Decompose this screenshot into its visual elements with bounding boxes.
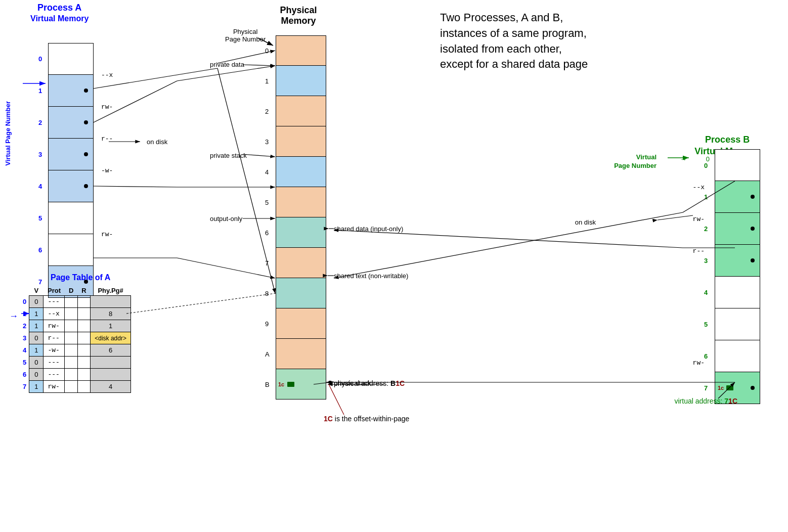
private-stack-a-label: private stack — [210, 152, 247, 159]
prot-b-2: rw- — [693, 215, 705, 223]
table-row: 7 1 rw- 4 — [23, 381, 130, 393]
proc-b-dot-2 — [751, 227, 755, 231]
table-row: 4 1 -w- 6 — [23, 344, 130, 357]
proc-a-dot-2 — [84, 120, 88, 124]
phys-label-b: B — [265, 380, 270, 388]
virtual-page-label-a: Virtual Page Number — [4, 101, 12, 166]
proc-b-label-2: 2 — [704, 225, 708, 233]
proc-b-label-5: 5 — [704, 321, 708, 328]
arrow-to-row1: → — [9, 311, 18, 322]
prot-b-1: --x — [693, 184, 705, 191]
offset-1c: 1C — [324, 415, 333, 423]
virt-addr-7: 7 — [724, 397, 728, 405]
proc-a-label-4: 4 — [38, 183, 42, 190]
proc-a-label-6: 6 — [38, 246, 42, 254]
proc-b-dot-1 — [751, 195, 755, 199]
phys-addr-label: physical address: B1C — [334, 379, 405, 387]
table-row: 6 0 --- — [23, 369, 130, 381]
svg-line-23 — [334, 212, 683, 278]
table-row: 2 1 rw- 1 — [23, 320, 130, 332]
prot-b-3: r-- — [693, 247, 705, 255]
prot-a-7: rw- — [101, 231, 113, 238]
table-row: 3 0 r-- <disk addr> — [23, 332, 130, 344]
phys-label-6: 6 — [265, 229, 269, 236]
table-row: 0 0 --- — [23, 296, 130, 308]
proc-b-label-1: 1 — [704, 193, 708, 201]
col-phypg: Phy.Pg# — [91, 286, 131, 296]
page-table-container: V Prot D R Phy.Pg# 0 0 --- — [23, 286, 131, 393]
proc-b-memory: 0 1 2 3 4 5 6 7 — [715, 149, 760, 404]
proc-b-label-4: 4 — [704, 289, 708, 296]
virtual-page-label-b: VirtualPage Number — [614, 153, 656, 170]
svg-line-26 — [334, 230, 683, 248]
prot-a-2: rw- — [101, 103, 113, 111]
proc-a-label-2: 2 — [38, 119, 42, 126]
col-prot: Prot — [43, 286, 65, 296]
col-row — [23, 286, 29, 296]
phys-mem-title: Physical Memory — [263, 5, 334, 26]
svg-line-16 — [243, 65, 275, 66]
phys-label-9: 9 — [265, 320, 269, 327]
main-title: Two Processes, A and B, instances of a s… — [440, 10, 588, 72]
on-disk-a: on disk — [147, 138, 167, 146]
proc-a-title: Process A Virtual Memory — [30, 3, 89, 23]
phys-label-3: 3 — [265, 138, 269, 145]
svg-line-8 — [94, 81, 177, 122]
phys-1c-label: 1c — [278, 381, 284, 387]
page-table-a-title: Page Table of A — [51, 273, 110, 282]
output-only-label: output-only — [210, 215, 242, 223]
svg-line-10 — [94, 186, 177, 187]
prot-a-1: --x — [101, 71, 113, 79]
col-r: R — [77, 286, 90, 296]
phys-label-0: 0 — [265, 47, 269, 55]
phys-addr-1c: 1C — [396, 379, 405, 387]
on-disk-b: on disk — [575, 218, 596, 226]
proc-a-label-0: 0 — [38, 55, 42, 63]
prot-b-7: rw- — [693, 359, 705, 367]
virt-addr-label: virtual address: 71C — [674, 397, 737, 405]
proc-a-dot-3 — [84, 152, 88, 156]
svg-line-24 — [658, 215, 693, 220]
phys-label-7: 7 — [265, 259, 269, 267]
phys-label-a: A — [265, 350, 270, 358]
shared-data-label: shared data (input-only) — [334, 225, 403, 233]
table-row: 5 0 --- — [23, 357, 130, 369]
phys-green-block — [287, 382, 294, 387]
proc-a-dot-1 — [84, 88, 88, 93]
svg-line-13 — [177, 258, 275, 278]
proc-a-label-7: 7 — [38, 278, 42, 286]
vpn-zero-b: 0 — [706, 155, 710, 163]
proc-b-label-6: 6 — [704, 352, 708, 360]
arrows-svg — [0, 0, 788, 532]
proc-b-label-7: 7 — [704, 384, 708, 392]
page-table: V Prot D R Phy.Pg# 0 0 --- — [23, 286, 131, 393]
phys-label-8: 8 — [265, 289, 269, 297]
svg-line-34 — [329, 384, 344, 415]
phys-page-num-label: PhysicalPage Number — [225, 28, 266, 43]
phys-label-2: 2 — [265, 107, 269, 115]
virt-green-block — [726, 385, 733, 390]
col-v: V — [29, 286, 43, 296]
shared-text-label: shared text (non-writable) — [334, 272, 408, 280]
offset-label: 1C is the offset-within-page — [324, 415, 409, 423]
proc-b-dot-7 — [751, 386, 755, 390]
proc-b-label-3: 3 — [704, 257, 708, 264]
svg-line-30 — [126, 293, 276, 314]
phys-label-1: 1 — [265, 77, 269, 84]
prot-a-4: -w- — [101, 167, 113, 174]
svg-line-17 — [243, 154, 275, 157]
private-data-label: private data — [210, 61, 244, 68]
proc-a-label-1: 1 — [38, 87, 42, 95]
phys-label-5: 5 — [265, 198, 269, 206]
phys-label-4: 4 — [265, 168, 269, 175]
main-container: Two Processes, A and B, instances of a s… — [0, 0, 788, 532]
col-d: D — [65, 286, 77, 296]
vpn-arrow-b: → — [680, 155, 687, 163]
proc-a-memory: 0 1 2 3 4 5 6 7 — [48, 43, 94, 298]
proc-b-dot-3 — [751, 258, 755, 262]
proc-a-label-5: 5 — [38, 214, 42, 222]
table-row: 1 1 --x 8 — [23, 308, 130, 320]
proc-a-label-3: 3 — [38, 151, 42, 158]
prot-a-3: r-- — [101, 135, 113, 143]
proc-a-dot-4 — [84, 184, 88, 188]
